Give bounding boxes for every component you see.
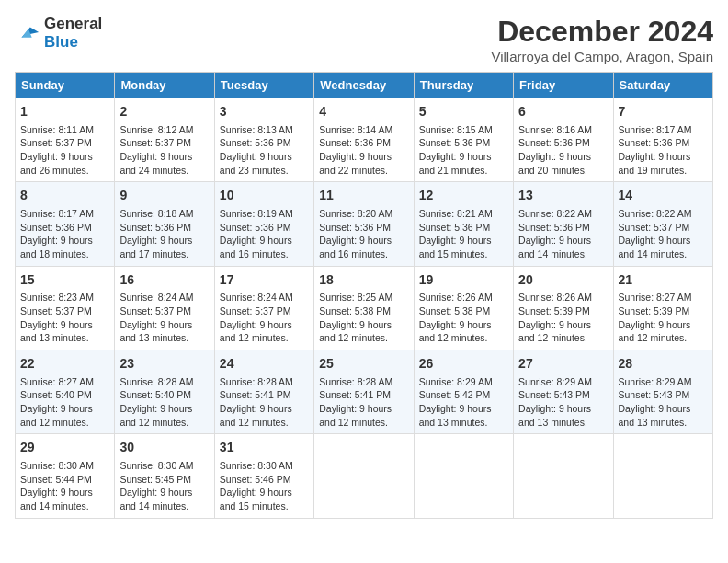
header-monday: Monday	[115, 73, 214, 98]
sunrise-label: Sunrise: 8:25 AM	[319, 292, 392, 303]
daylight-label: Daylight: 9 hours and 15 minutes.	[220, 487, 292, 511]
sunset-label: Sunset: 5:36 PM	[518, 137, 590, 148]
daylight-label: Daylight: 9 hours and 12 minutes.	[619, 319, 691, 344]
day-number: 6	[518, 103, 608, 121]
day-number: 28	[619, 355, 708, 373]
calendar-cell: 11Sunrise: 8:20 AMSunset: 5:36 PMDayligh…	[314, 182, 414, 266]
day-number: 19	[419, 271, 508, 290]
calendar-week-row: 8Sunrise: 8:17 AMSunset: 5:36 PMDaylight…	[16, 182, 713, 266]
day-number: 16	[119, 271, 209, 290]
calendar-cell: 17Sunrise: 8:24 AMSunset: 5:37 PMDayligh…	[214, 266, 313, 350]
sunset-label: Sunset: 5:38 PM	[419, 305, 491, 316]
calendar-cell: 29Sunrise: 8:30 AMSunset: 5:44 PMDayligh…	[16, 434, 115, 518]
calendar-cell: 28Sunrise: 8:29 AMSunset: 5:43 PMDayligh…	[613, 350, 712, 434]
sunset-label: Sunset: 5:36 PM	[319, 137, 391, 148]
daylight-label: Daylight: 9 hours and 13 minutes.	[419, 403, 492, 428]
calendar-cell: 24Sunrise: 8:28 AMSunset: 5:41 PMDayligh…	[214, 350, 313, 434]
header-wednesday: Wednesday	[314, 73, 414, 98]
day-number: 31	[220, 439, 309, 457]
calendar-cell: 31Sunrise: 8:30 AMSunset: 5:46 PMDayligh…	[214, 434, 313, 518]
day-number: 8	[20, 187, 109, 205]
day-number: 9	[119, 187, 209, 205]
daylight-label: Daylight: 9 hours and 12 minutes.	[20, 403, 93, 428]
calendar-cell: 12Sunrise: 8:21 AMSunset: 5:36 PMDayligh…	[414, 182, 513, 266]
sunrise-label: Sunrise: 8:28 AM	[119, 376, 193, 387]
daylight-label: Daylight: 9 hours and 26 minutes.	[20, 151, 93, 176]
day-number: 13	[518, 187, 608, 205]
daylight-label: Daylight: 9 hours and 12 minutes.	[220, 403, 292, 428]
sunrise-label: Sunrise: 8:13 AM	[220, 124, 293, 135]
sunrise-label: Sunrise: 8:28 AM	[220, 376, 293, 387]
sunset-label: Sunset: 5:36 PM	[220, 222, 291, 233]
day-number: 15	[20, 271, 109, 290]
calendar-cell: 21Sunrise: 8:27 AMSunset: 5:39 PMDayligh…	[613, 266, 712, 350]
sunrise-label: Sunrise: 8:23 AM	[20, 292, 94, 303]
day-number: 14	[619, 187, 708, 205]
day-number: 24	[220, 355, 309, 373]
calendar-cell: 15Sunrise: 8:23 AMSunset: 5:37 PMDayligh…	[16, 266, 115, 350]
day-number: 1	[20, 103, 109, 121]
sunrise-label: Sunrise: 8:11 AM	[20, 124, 94, 135]
day-number: 7	[619, 103, 708, 121]
logo: General Blue	[15, 15, 102, 52]
sunrise-label: Sunrise: 8:21 AM	[419, 208, 493, 219]
sunrise-label: Sunrise: 8:30 AM	[119, 460, 193, 471]
sunset-label: Sunset: 5:42 PM	[419, 389, 491, 400]
sunset-label: Sunset: 5:36 PM	[20, 222, 92, 233]
page-container: General Blue December 2024 Villarroya de…	[15, 15, 713, 519]
sunset-label: Sunset: 5:37 PM	[20, 137, 92, 148]
daylight-label: Daylight: 9 hours and 12 minutes.	[220, 319, 292, 344]
daylight-label: Daylight: 9 hours and 21 minutes.	[419, 151, 492, 176]
calendar-cell: 6Sunrise: 8:16 AMSunset: 5:36 PMDaylight…	[514, 98, 613, 182]
header-thursday: Thursday	[414, 73, 513, 98]
page-title: December 2024	[491, 15, 713, 49]
sunrise-label: Sunrise: 8:22 AM	[619, 208, 692, 219]
sunrise-label: Sunrise: 8:29 AM	[518, 376, 592, 387]
daylight-label: Daylight: 9 hours and 14 minutes.	[518, 235, 591, 259]
calendar-cell: 1Sunrise: 8:11 AMSunset: 5:37 PMDaylight…	[16, 98, 115, 182]
sunrise-label: Sunrise: 8:14 AM	[319, 124, 392, 135]
sunset-label: Sunset: 5:36 PM	[619, 137, 690, 148]
calendar-cell	[314, 434, 414, 518]
daylight-label: Daylight: 9 hours and 16 minutes.	[319, 235, 392, 259]
sunset-label: Sunset: 5:46 PM	[220, 474, 291, 485]
sunrise-label: Sunrise: 8:30 AM	[20, 460, 94, 471]
sunrise-label: Sunrise: 8:28 AM	[319, 376, 392, 387]
calendar-cell: 30Sunrise: 8:30 AMSunset: 5:45 PMDayligh…	[115, 434, 214, 518]
header-saturday: Saturday	[613, 73, 712, 98]
sunset-label: Sunset: 5:36 PM	[119, 222, 191, 233]
header-tuesday: Tuesday	[214, 73, 313, 98]
calendar-cell: 8Sunrise: 8:17 AMSunset: 5:36 PMDaylight…	[16, 182, 115, 266]
sunset-label: Sunset: 5:40 PM	[20, 389, 92, 400]
sunrise-label: Sunrise: 8:18 AM	[119, 208, 193, 219]
sunrise-label: Sunrise: 8:16 AM	[518, 124, 592, 135]
sunrise-label: Sunrise: 8:24 AM	[119, 292, 193, 303]
calendar-cell: 25Sunrise: 8:28 AMSunset: 5:41 PMDayligh…	[314, 350, 414, 434]
calendar-week-row: 29Sunrise: 8:30 AMSunset: 5:44 PMDayligh…	[16, 434, 713, 518]
sunset-label: Sunset: 5:36 PM	[319, 222, 391, 233]
sunrise-label: Sunrise: 8:22 AM	[518, 208, 592, 219]
calendar-cell: 2Sunrise: 8:12 AMSunset: 5:37 PMDaylight…	[115, 98, 214, 182]
sunset-label: Sunset: 5:44 PM	[20, 474, 92, 485]
daylight-label: Daylight: 9 hours and 12 minutes.	[319, 319, 392, 344]
day-number: 22	[20, 355, 109, 373]
day-number: 4	[319, 103, 408, 121]
header-sunday: Sunday	[16, 73, 115, 98]
daylight-label: Daylight: 9 hours and 12 minutes.	[419, 319, 492, 344]
sunrise-label: Sunrise: 8:26 AM	[518, 292, 592, 303]
day-number: 18	[319, 271, 408, 290]
day-number: 23	[119, 355, 209, 373]
daylight-label: Daylight: 9 hours and 24 minutes.	[119, 151, 192, 176]
calendar-cell: 23Sunrise: 8:28 AMSunset: 5:40 PMDayligh…	[115, 350, 214, 434]
sunset-label: Sunset: 5:40 PM	[119, 389, 191, 400]
calendar-cell	[514, 434, 613, 518]
daylight-label: Daylight: 9 hours and 23 minutes.	[220, 151, 292, 176]
sunset-label: Sunset: 5:36 PM	[419, 137, 491, 148]
daylight-label: Daylight: 9 hours and 16 minutes.	[220, 235, 292, 259]
day-number: 21	[619, 271, 708, 290]
calendar-cell: 7Sunrise: 8:17 AMSunset: 5:36 PMDaylight…	[613, 98, 712, 182]
logo-icon	[15, 20, 40, 46]
day-number: 26	[419, 355, 508, 373]
daylight-label: Daylight: 9 hours and 14 minutes.	[20, 487, 93, 511]
sunset-label: Sunset: 5:36 PM	[518, 222, 590, 233]
